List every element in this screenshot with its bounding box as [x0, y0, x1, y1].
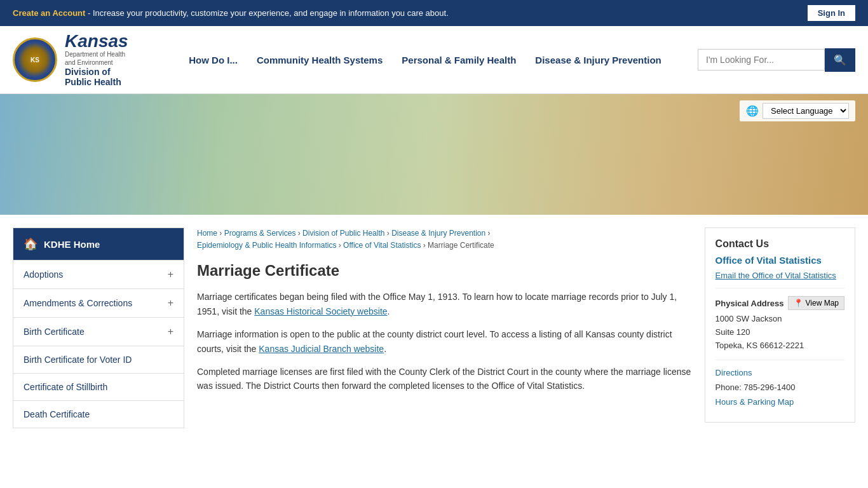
- sidebar-item-label: Adoptions: [24, 269, 63, 280]
- phone-number: Phone: 785-296-1400: [715, 383, 844, 392]
- breadcrumb-programs[interactable]: Programs & Services: [224, 229, 296, 238]
- sidebar-item-label: Amendments & Corrections: [24, 298, 132, 308]
- breadcrumb-division[interactable]: Division of Public Health: [302, 229, 384, 238]
- nav-how-do-i[interactable]: How Do I...: [189, 55, 238, 65]
- contact-title: Contact Us: [715, 238, 844, 250]
- top-banner: Create an Account - Increase your produc…: [0, 0, 868, 26]
- hours-parking-link[interactable]: Hours & Parking Map: [715, 397, 844, 407]
- sidebar-item-label: Birth Certificate: [24, 327, 85, 337]
- sidebar-item-amendments[interactable]: Amendments & Corrections +: [13, 288, 184, 317]
- create-account-link[interactable]: Create an Account: [13, 8, 85, 18]
- sidebar-item-birth-cert[interactable]: Birth Certificate +: [13, 317, 184, 346]
- sidebar-item-label: Birth Certificate for Voter ID: [24, 355, 132, 365]
- banner-text: Create an Account - Increase your produc…: [13, 8, 808, 18]
- logo-area: KS Kansas Department of Healthand Enviro…: [13, 32, 153, 87]
- sidebar-item-death-cert[interactable]: Death Certificate: [13, 400, 184, 428]
- sidebar-item-adoptions[interactable]: Adoptions +: [13, 260, 184, 288]
- contact-org: Office of Vital Statistics: [715, 255, 844, 266]
- map-pin-icon: 📍: [794, 299, 803, 308]
- sign-in-button[interactable]: Sign In: [808, 5, 855, 21]
- contact-email: Email the Office of Vital Statistics: [715, 271, 844, 280]
- divider-1: [715, 288, 844, 288]
- email-link[interactable]: Email the Office of Vital Statistics: [715, 271, 836, 280]
- sidebar-item-stillbirth[interactable]: Certificate of Stillbirth: [13, 373, 184, 400]
- sidebar-item-birth-voter[interactable]: Birth Certificate for Voter ID: [13, 346, 184, 373]
- content-para-2: Marriage information is open to the publ…: [197, 327, 692, 356]
- hero-background: [0, 94, 868, 215]
- dept-subtitle: Department of Healthand Environment: [65, 50, 128, 67]
- sidebar-home-item[interactable]: 🏠 KDHE Home: [13, 228, 184, 260]
- language-selector[interactable]: Select Language: [763, 103, 849, 119]
- content-area: Home › Programs & Services › Division of…: [197, 227, 692, 402]
- nav-community-health[interactable]: Community Health Systems: [257, 55, 383, 65]
- expand-icon: +: [168, 269, 173, 280]
- breadcrumb-current: Marriage Certificate: [428, 241, 494, 250]
- judicial-branch-link[interactable]: Kansas Judicial Branch website: [259, 344, 384, 354]
- expand-icon: +: [168, 326, 173, 337]
- division-label: Division ofPublic Health: [65, 67, 128, 87]
- breadcrumb: Home › Programs & Services › Division of…: [197, 227, 692, 252]
- breadcrumb-disease[interactable]: Disease & Injury Prevention: [391, 229, 485, 238]
- hero-image: 🌐 Select Language: [0, 94, 868, 215]
- search-button[interactable]: 🔍: [825, 48, 855, 72]
- search-area: 🔍: [698, 48, 855, 72]
- breadcrumb-epidemiology[interactable]: Epidemiology & Public Health Informatics: [197, 241, 336, 250]
- site-header: KS Kansas Department of Healthand Enviro…: [0, 26, 868, 94]
- contact-box: Contact Us Office of Vital Statistics Em…: [705, 227, 855, 423]
- sidebar: 🏠 KDHE Home Adoptions + Amendments & Cor…: [13, 227, 184, 428]
- main-nav: How Do I... Community Health Systems Per…: [165, 55, 685, 65]
- content-para-3: Completed marriage licenses are first fi…: [197, 365, 692, 393]
- page-title: Marriage Certificate: [197, 262, 692, 280]
- address-label: Physical Address 📍 View Map: [715, 296, 844, 310]
- state-seal: KS: [13, 37, 57, 82]
- sidebar-item-label: Death Certificate: [24, 409, 90, 419]
- home-icon: 🏠: [24, 237, 37, 251]
- search-input[interactable]: [698, 49, 825, 71]
- expand-icon: +: [168, 297, 173, 309]
- breadcrumb-vital-stats[interactable]: Office of Vital Statistics: [343, 241, 421, 250]
- sidebar-item-label: Certificate of Stillbirth: [24, 382, 107, 392]
- kansas-label: Kansas: [65, 32, 128, 50]
- directions-link[interactable]: Directions: [715, 368, 844, 377]
- divider-2: [715, 360, 844, 360]
- nav-personal-family[interactable]: Personal & Family Health: [402, 55, 516, 65]
- view-map-button[interactable]: 📍 View Map: [788, 296, 844, 310]
- historical-society-link[interactable]: Kansas Historical Society website: [254, 306, 387, 316]
- main-layout: 🏠 KDHE Home Adoptions + Amendments & Cor…: [0, 215, 868, 441]
- banner-message: - Increase your productivity, customize …: [88, 8, 449, 18]
- translate-icon: 🌐: [746, 105, 759, 117]
- breadcrumb-home[interactable]: Home: [197, 229, 217, 238]
- right-panel: Contact Us Office of Vital Statistics Em…: [705, 227, 855, 423]
- nav-disease-injury[interactable]: Disease & Injury Prevention: [535, 55, 661, 65]
- physical-address: 1000 SW Jackson Suite 120 Topeka, KS 666…: [715, 313, 844, 352]
- logo-text: Kansas Department of Healthand Environme…: [65, 32, 128, 87]
- sidebar-home-label: KDHE Home: [44, 239, 100, 250]
- content-para-1: Marriage certificates began being filed …: [197, 290, 692, 318]
